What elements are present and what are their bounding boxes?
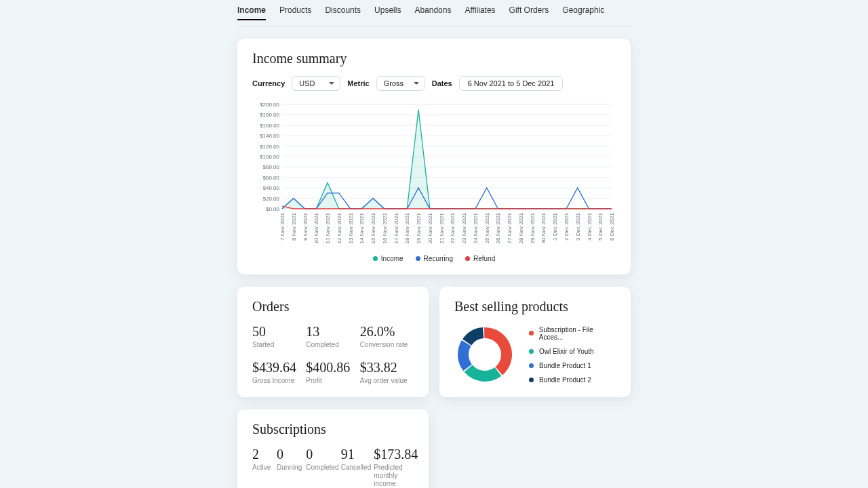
orders-started: 50 Started <box>252 324 306 349</box>
orders-started-value: 50 <box>252 324 306 340</box>
income-filters: Currency USD Metric Gross Dates 6 Nov 20… <box>252 76 616 91</box>
svg-text:18 Nov 2021: 18 Nov 2021 <box>404 212 410 243</box>
orders-profit-value: $400.86 <box>306 360 359 375</box>
orders-avg: $33.82 Avg order value <box>360 360 414 385</box>
legend-income: Income <box>373 255 403 262</box>
legend-dot-icon <box>529 378 534 382</box>
income-summary-card: Income summary Currency USD Metric Gross… <box>237 39 631 274</box>
subs-completed-label: Completed <box>306 464 330 472</box>
svg-text:$120.00: $120.00 <box>260 144 279 150</box>
orders-card: Orders 50 Started 13 Completed 26.0% Con… <box>237 287 429 397</box>
tab-gift-orders[interactable]: Gift Orders <box>509 5 549 20</box>
orders-conversion: 26.0% Conversion rate <box>360 324 414 349</box>
report-tabs: IncomeProductsDiscountsUpsellsAbandonsAf… <box>237 4 631 26</box>
legend-income-dot <box>373 256 378 261</box>
best-selling-legend-item: Owl Elixir of Youth <box>529 348 616 355</box>
svg-text:$80.00: $80.00 <box>263 164 280 170</box>
subscriptions-title: Subscriptions <box>252 422 414 437</box>
subs-active: 2 Active <box>252 447 266 488</box>
svg-text:$0.00: $0.00 <box>266 206 280 212</box>
tab-abandons[interactable]: Abandons <box>414 5 451 20</box>
subs-cancelled-value: 91 <box>341 447 363 462</box>
svg-text:24 Nov 2021: 24 Nov 2021 <box>473 212 479 243</box>
metric-select[interactable]: Gross <box>376 76 425 91</box>
income-summary-title: Income summary <box>252 51 616 66</box>
orders-gross-label: Gross Income <box>252 377 306 385</box>
currency-select[interactable]: USD <box>292 76 340 91</box>
svg-text:11 Nov 2021: 11 Nov 2021 <box>325 212 331 243</box>
subs-completed: 0 Completed <box>306 447 330 488</box>
currency-value: USD <box>299 79 315 87</box>
svg-text:22 Nov 2021: 22 Nov 2021 <box>450 212 456 243</box>
svg-text:15 Nov 2021: 15 Nov 2021 <box>370 212 376 243</box>
svg-text:1 Dec 2021: 1 Dec 2021 <box>552 212 558 240</box>
metric-label: Metric <box>347 79 369 87</box>
svg-text:30 Nov 2021: 30 Nov 2021 <box>540 212 547 243</box>
svg-text:25 Nov 2021: 25 Nov 2021 <box>484 212 490 243</box>
orders-conversion-label: Conversion rate <box>360 341 414 349</box>
svg-text:28 Nov 2021: 28 Nov 2021 <box>518 212 524 243</box>
svg-text:7 Nov 2021: 7 Nov 2021 <box>279 212 285 240</box>
legend-item-label: Bundle Product 2 <box>539 376 591 384</box>
svg-text:26 Nov 2021: 26 Nov 2021 <box>495 212 501 243</box>
legend-item-label: Bundle Product 1 <box>539 362 591 369</box>
tab-affiliates[interactable]: Affiliates <box>465 5 495 20</box>
svg-text:10 Nov 2021: 10 Nov 2021 <box>313 212 319 243</box>
orders-conversion-value: 26.0% <box>360 324 414 340</box>
best-selling-legend: Subscription - File Acces...Owl Elixir o… <box>529 326 616 384</box>
svg-text:21 Nov 2021: 21 Nov 2021 <box>439 212 445 243</box>
svg-text:20 Nov 2021: 20 Nov 2021 <box>427 212 433 243</box>
subs-predicted-label: Predicted monthly income <box>374 464 414 488</box>
tab-geographic[interactable]: Geographic <box>562 5 604 20</box>
svg-text:5 Dec 2021: 5 Dec 2021 <box>597 212 604 240</box>
tab-upsells[interactable]: Upsells <box>374 5 401 20</box>
legend-item-label: Subscription - File Acces... <box>539 326 616 341</box>
subs-active-value: 2 <box>252 447 266 462</box>
subscriptions-card: Subscriptions 2 Active 0 Dunning 0 Compl… <box>237 409 429 488</box>
svg-text:$160.00: $160.00 <box>260 123 279 129</box>
orders-gross-value: $439.64 <box>252 360 306 375</box>
best-selling-title: Best selling products <box>454 299 616 314</box>
legend-income-label: Income <box>381 255 403 262</box>
legend-dot-icon <box>529 349 534 354</box>
orders-title: Orders <box>252 299 414 314</box>
dates-label: Dates <box>432 79 452 87</box>
tab-income[interactable]: Income <box>237 5 266 20</box>
svg-text:27 Nov 2021: 27 Nov 2021 <box>507 212 513 243</box>
subs-predicted-value: $173.84 <box>374 447 414 462</box>
svg-text:8 Nov 2021: 8 Nov 2021 <box>291 212 297 240</box>
svg-text:$100.00: $100.00 <box>260 154 279 160</box>
dates-select[interactable]: 6 Nov 2021 to 5 Dec 2021 <box>459 76 564 91</box>
svg-text:19 Nov 2021: 19 Nov 2021 <box>416 212 422 243</box>
svg-text:$180.00: $180.00 <box>260 112 279 118</box>
svg-text:13 Nov 2021: 13 Nov 2021 <box>348 212 354 243</box>
legend-recurring-dot <box>416 256 420 261</box>
legend-dot-icon <box>529 363 534 368</box>
svg-text:23 Nov 2021: 23 Nov 2021 <box>461 212 467 243</box>
legend-item-label: Owl Elixir of Youth <box>539 348 594 355</box>
orders-profit-label: Profit <box>306 377 359 385</box>
orders-avg-label: Avg order value <box>360 377 414 385</box>
svg-text:29 Nov 2021: 29 Nov 2021 <box>530 212 536 243</box>
metric-value: Gross <box>384 79 403 87</box>
best-selling-legend-item: Bundle Product 1 <box>529 362 616 369</box>
best-selling-legend-item: Bundle Product 2 <box>529 376 616 384</box>
svg-text:16 Nov 2021: 16 Nov 2021 <box>382 212 388 243</box>
orders-completed-value: 13 <box>306 324 359 340</box>
subs-active-label: Active <box>252 464 266 472</box>
tab-discounts[interactable]: Discounts <box>325 5 361 20</box>
svg-text:14 Nov 2021: 14 Nov 2021 <box>359 212 365 243</box>
tab-products[interactable]: Products <box>279 5 311 20</box>
subs-dunning: 0 Dunning <box>277 447 295 488</box>
best-selling-card: Best selling products Subscription - Fil… <box>439 287 631 397</box>
orders-completed: 13 Completed <box>306 324 359 349</box>
svg-text:$20.00: $20.00 <box>263 196 280 202</box>
svg-text:$40.00: $40.00 <box>263 185 280 191</box>
svg-text:4 Dec 2021: 4 Dec 2021 <box>587 212 593 240</box>
orders-avg-value: $33.82 <box>360 360 414 375</box>
subs-dunning-value: 0 <box>277 447 295 462</box>
legend-refund-dot <box>465 256 470 261</box>
subs-cancelled: 91 Cancelled <box>341 447 363 488</box>
orders-gross: $439.64 Gross Income <box>252 360 306 385</box>
legend-recurring-label: Recurring <box>424 255 453 262</box>
